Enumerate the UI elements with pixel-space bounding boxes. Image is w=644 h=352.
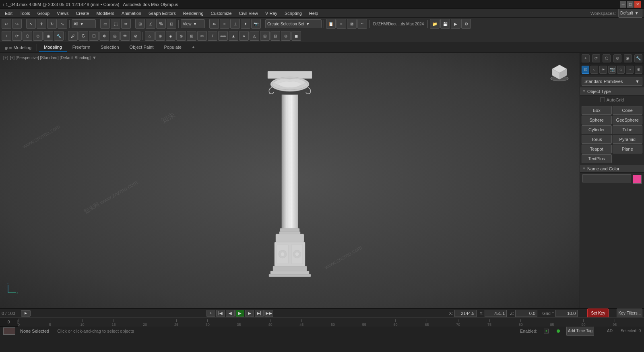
play-button[interactable]: ▶ — [235, 310, 244, 317]
plane-button[interactable]: Plane — [613, 145, 643, 153]
rotate-button[interactable]: ↻ — [47, 19, 57, 29]
menu-views[interactable]: Views — [54, 10, 72, 17]
menu-civil-view[interactable]: Civil View — [236, 10, 261, 17]
percent-snap-button[interactable]: % — [156, 19, 166, 29]
prev-key-button[interactable]: |◀ — [216, 310, 225, 317]
select-button[interactable]: ↖ — [26, 19, 36, 29]
menu-group[interactable]: Group — [34, 10, 53, 17]
display-panel-btn[interactable]: ◉ — [43, 31, 53, 41]
menu-customize[interactable]: Customize — [208, 10, 235, 17]
motion-panel-btn[interactable]: ⊙ — [33, 31, 43, 41]
rp-systems-btn[interactable]: ⚙ — [635, 66, 642, 74]
torus-button[interactable]: Torus — [582, 135, 612, 144]
rp-hierarchy-btn[interactable]: ⬡ — [603, 54, 611, 62]
rp-cameras-btn[interactable]: 📷 — [608, 66, 616, 74]
viewport-cube[interactable] — [547, 61, 572, 85]
select-region-button[interactable]: ▭ — [100, 19, 110, 29]
viewport-plus[interactable]: [+] — [3, 55, 8, 60]
teapot-button[interactable]: Teapot — [582, 145, 612, 153]
menu-scripting[interactable]: Scripting — [281, 10, 305, 17]
timeline-ruler-area[interactable]: 0 05101520253035404550556065707580859095… — [0, 317, 644, 326]
utilities-panel-btn[interactable]: 🔧 — [54, 31, 64, 41]
obj-props-btn[interactable]: 🖊 — [68, 31, 78, 41]
rp-shapes-btn[interactable]: ○ — [590, 66, 598, 74]
layer-button[interactable]: ≡ — [336, 19, 346, 29]
set-key-button[interactable]: Set Key — [587, 309, 609, 318]
cut-btn[interactable]: ✂ — [197, 31, 207, 41]
create-panel-btn[interactable]: + — [2, 31, 11, 41]
place-highlight-button[interactable]: ✦ — [241, 19, 250, 29]
textplus-button[interactable]: TextPlus — [582, 154, 612, 163]
bevel-btn[interactable]: ◬ — [250, 31, 259, 41]
redo-button[interactable]: ↪ — [12, 19, 22, 29]
viewport[interactable]: [+] [+] [Perspective] [Standard] [Defaul… — [0, 53, 580, 308]
sphere-button[interactable]: Sphere — [582, 116, 612, 124]
geosphere-button[interactable]: GeoSphere — [613, 116, 643, 124]
filter-dropdown[interactable]: All ▼ — [72, 19, 96, 28]
shape-step-btn[interactable]: ⌂ — [145, 31, 155, 41]
add-key-button[interactable]: + — [206, 310, 215, 317]
cap-holes-btn[interactable]: ⊞ — [187, 31, 196, 41]
window-crossing-button[interactable]: ⬚ — [111, 19, 120, 29]
collapse-btn[interactable]: ◼ — [291, 31, 301, 41]
insert-loop-btn[interactable]: ⊞ — [260, 31, 270, 41]
render-setup-button[interactable]: ⚙ — [461, 19, 471, 29]
hide-sel-btn[interactable]: ⊘ — [131, 31, 140, 41]
mirror-button[interactable]: ⇔ — [209, 19, 219, 29]
menu-tools[interactable]: Tools — [17, 10, 33, 17]
y-input[interactable] — [485, 310, 507, 317]
remove-btn[interactable]: ⊖ — [281, 31, 291, 41]
key-filters-button[interactable]: Key Filters... — [617, 309, 642, 318]
menu-graph-editors[interactable]: Graph Editors — [145, 10, 179, 17]
render-button[interactable]: ▶ — [451, 19, 460, 29]
tab-populate[interactable]: Populate — [159, 43, 186, 52]
menu-modifiers[interactable]: Modifiers — [93, 10, 118, 17]
menu-vray[interactable]: V-Ray — [262, 10, 281, 17]
bridge-btn[interactable]: ⟺ — [218, 31, 228, 41]
schematic-button[interactable]: ⊠ — [347, 19, 357, 29]
rp-helpers-btn[interactable]: ☆ — [617, 66, 625, 74]
open-button[interactable]: 📁 — [430, 19, 440, 29]
menu-animation[interactable]: Animation — [118, 10, 144, 17]
hierarchy-panel-btn[interactable]: ⬡ — [23, 31, 32, 41]
z-input[interactable] — [515, 310, 537, 317]
named-sel-button[interactable]: 📋 — [326, 19, 336, 29]
cone-button[interactable]: Cone — [613, 106, 643, 115]
rp-lights-btn[interactable]: ☀ — [599, 66, 607, 74]
view-dropdown[interactable]: View ▼ — [181, 19, 205, 28]
primitives-dropdown[interactable]: Standard Primitives ▼ — [582, 77, 642, 86]
cylinder-button[interactable]: Cylinder — [582, 125, 612, 134]
name-color-header[interactable]: ▼ Name and Color — [580, 165, 644, 173]
menu-edit[interactable]: Edit — [2, 10, 16, 17]
connect-btn[interactable]: ⊟ — [270, 31, 280, 41]
tab-selection[interactable]: Selection — [96, 43, 124, 52]
modify-panel-btn[interactable]: ⟳ — [12, 31, 22, 41]
align-button[interactable]: ≡ — [220, 19, 229, 29]
selection-set-dropdown[interactable]: Create Selection Set ▼ — [265, 19, 322, 28]
box-button[interactable]: Box — [582, 106, 612, 115]
menu-help[interactable]: Help — [306, 10, 322, 17]
rp-utilities-btn[interactable]: 🔧 — [634, 54, 642, 62]
rp-create-btn[interactable]: + — [582, 54, 590, 62]
last-frame-button[interactable]: ▶▶ — [264, 310, 273, 317]
unfreeze-btn[interactable]: ◎ — [110, 31, 120, 41]
angle-snap-button[interactable]: ∠ — [146, 19, 155, 29]
menu-rendering[interactable]: Rendering — [180, 10, 207, 17]
timeline-ruler[interactable]: 0510152025303540455055606570758085909510… — [18, 318, 644, 327]
minimize-button[interactable]: ─ — [620, 1, 626, 8]
tab-extra[interactable]: + — [187, 43, 199, 52]
attach-btn[interactable]: ⊕ — [155, 31, 165, 41]
snap-button[interactable]: ⊞ — [135, 19, 145, 29]
grid-input[interactable] — [555, 310, 578, 317]
autogrid-checkbox[interactable] — [600, 97, 605, 102]
spinner-snap-button[interactable]: ⊡ — [167, 19, 176, 29]
quickslice-btn[interactable]: ⧸ — [208, 31, 217, 41]
move-button[interactable]: ✛ — [37, 19, 46, 29]
color-swatch[interactable] — [633, 175, 642, 184]
tab-modeling[interactable]: Modeling — [39, 43, 67, 52]
next-frame-button[interactable]: ▶ — [245, 310, 254, 317]
prev-frame-button[interactable]: ◀ — [226, 310, 235, 317]
group-btn[interactable]: G — [78, 31, 88, 41]
rp-geometry-btn[interactable]: ⊡ — [582, 66, 589, 74]
freeze-btn[interactable]: ❄ — [99, 31, 109, 41]
